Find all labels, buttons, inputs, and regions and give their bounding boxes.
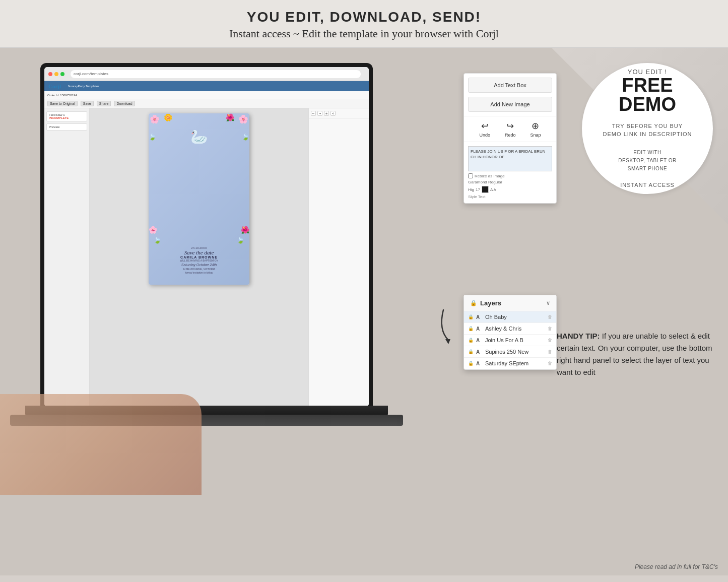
layer-name: Supinos 250 New xyxy=(485,349,546,355)
layer-delete-icon[interactable]: 🗑 xyxy=(548,349,552,354)
layer-item[interactable]: 🔒 A Ashley & Chris 🗑 xyxy=(464,323,556,335)
layer-name: Ashley & Chris xyxy=(485,326,546,332)
canvas-area: Field Row 1 INCOMPLETE Preview 🌸 xyxy=(44,108,369,407)
layers-title-text: Layers xyxy=(480,299,501,307)
left-panel: Field Row 1 INCOMPLETE Preview xyxy=(44,108,90,407)
redo-btn-small[interactable]: ↪ xyxy=(317,111,322,116)
control-row: ↩ ↪ ⊕ ⟲ xyxy=(311,111,367,116)
svg-marker-1 xyxy=(445,339,450,344)
layer-delete-icon[interactable]: 🗑 xyxy=(548,314,552,319)
font-row: Garamond Regular xyxy=(468,180,552,184)
layer-lock-icon: 🔒 xyxy=(468,349,474,354)
high-label: Hig xyxy=(468,187,474,192)
redo-label: Redo xyxy=(505,133,516,138)
layers-chevron-icon[interactable]: ∨ xyxy=(546,300,550,306)
card-swan: 🦢 xyxy=(190,128,208,145)
demo-demo-label: DEMO xyxy=(619,95,676,114)
laptop-screen-inner: corjl.com/templates Corjl NoorayParty Te… xyxy=(44,67,369,407)
redo-icon: ↪ xyxy=(506,120,514,132)
layer-type-icon: A xyxy=(476,326,483,332)
move-btn[interactable]: ⟲ xyxy=(330,111,336,116)
layers-panel: 🔒 Layers ∨ 🔒 A Oh Baby 🗑 🔒 A Ashley & Ch… xyxy=(464,295,557,370)
size-value: 17 xyxy=(476,187,480,192)
layer-lock-icon: 🔒 xyxy=(468,326,474,331)
layer-delete-icon[interactable]: 🗑 xyxy=(548,338,552,343)
browser-min-dot[interactable] xyxy=(54,72,58,76)
demo-try-before: TRY BEFORE YOU BUY DEMO LINK IN DESCRIPT… xyxy=(603,122,692,139)
toolbar-download[interactable]: Download xyxy=(114,101,135,106)
undo-label: Undo xyxy=(479,133,490,138)
invitation-card: 🌸 🌼 🌺 🌸 🍃 🍃 🦢 🌸 🌺 🍃 xyxy=(149,113,249,285)
layer-item[interactable]: 🔒 A Saturday SEptem 🗑 xyxy=(464,358,556,369)
demo-circle: YOU EDIT ! FREE DEMO TRY BEFORE YOU BUY … xyxy=(582,63,713,194)
size-icons: A A xyxy=(490,187,496,192)
card-name[interactable]: CAMILA BROWNE xyxy=(154,255,244,259)
undo-btn-small[interactable]: ↩ xyxy=(311,111,316,116)
layers-lock-icon: 🔒 xyxy=(470,300,477,306)
browser-close-dot[interactable] xyxy=(48,72,52,76)
layers-header: 🔒 Layers ∨ xyxy=(464,295,556,311)
layer-delete-icon[interactable]: 🗑 xyxy=(548,326,552,331)
footer-note: Please read ad in full for T&C's xyxy=(635,563,718,570)
layer-delete-icon[interactable]: 🗑 xyxy=(548,361,552,366)
browser-url-bar[interactable]: corjl.com/templates xyxy=(71,70,361,78)
resize-checkbox[interactable] xyxy=(468,173,473,178)
corjl-logo: Corjl xyxy=(48,83,61,89)
layer-lock-icon: 🔒 xyxy=(468,338,474,343)
layers-title: 🔒 Layers xyxy=(470,299,501,307)
add-text-box-button[interactable]: Add Text Box xyxy=(468,78,552,93)
tool-section-controls: ↩ ↪ ⊕ ⟲ xyxy=(309,108,369,119)
order-id: Order Id: 1509758194 xyxy=(47,94,77,97)
toolbar-share[interactable]: Share xyxy=(97,101,111,106)
arrow-panel-icon xyxy=(428,305,469,345)
style-text-label: Style Text xyxy=(468,195,486,199)
snap-icon: ⊕ xyxy=(532,120,539,132)
toolbar-save-original[interactable]: Save to Original xyxy=(47,101,78,106)
card-subtitle: WILL BE HAVING A BAPTISM ON Saturday Oct… xyxy=(154,259,244,275)
layer-lock-icon: 🔒 xyxy=(468,361,474,366)
card-save-date[interactable]: Save the date xyxy=(154,249,244,255)
font-name: Garamond Regular xyxy=(468,180,502,184)
snap-btn-small[interactable]: ⊕ xyxy=(324,111,329,116)
handy-tip-text: HANDY TIP: If you are unable to select &… xyxy=(557,330,718,378)
main-area: corjl.com/templates Corjl NoorayParty Te… xyxy=(0,48,728,575)
snap-control[interactable]: ⊕ Snap xyxy=(530,120,541,138)
subline-text: Instant access ~ Edit the template in yo… xyxy=(0,27,728,40)
layer-lock-icon: 🔒 xyxy=(468,314,474,319)
order-bar: Order Id: 1509758194 xyxy=(44,91,369,99)
panel-item-preview[interactable]: Preview xyxy=(46,123,87,131)
canvas-main: 🌸 🌼 🌺 🌸 🍃 🍃 🦢 🌸 🌺 🍃 xyxy=(90,108,308,407)
fp-text-preview[interactable]: PLEASE JOIN US F OR A BRIDAL BRUN CH IN … xyxy=(468,146,552,171)
undo-control[interactable]: ↩ Undo xyxy=(479,120,490,138)
panel-item-order: Field Row 1 INCOMPLETE xyxy=(46,111,87,121)
layer-type-icon: A xyxy=(476,314,483,320)
layer-item[interactable]: 🔒 A Oh Baby 🗑 xyxy=(464,311,556,323)
snap-label: Snap xyxy=(530,133,541,138)
demo-free-label: FREE xyxy=(622,76,673,95)
color-picker[interactable] xyxy=(482,186,489,193)
layer-item[interactable]: 🔒 A Supinos 250 New 🗑 xyxy=(464,346,556,358)
hand-area xyxy=(0,394,202,495)
layer-name: Saturday SEptem xyxy=(485,360,546,366)
laptop-screen-outer: corjl.com/templates Corjl NoorayParty Te… xyxy=(40,63,373,411)
layer-type-icon: A xyxy=(476,361,483,366)
redo-control[interactable]: ↪ Redo xyxy=(505,120,516,138)
layer-name: Join Us For A B xyxy=(485,337,546,343)
resize-row: Resize as Image xyxy=(468,173,552,178)
right-tool-panel: ↩ ↪ ⊕ ⟲ xyxy=(308,108,369,407)
handy-tip-section: HANDY TIP: If you are unable to select &… xyxy=(557,330,718,378)
add-new-image-button[interactable]: Add New Image xyxy=(468,97,552,112)
size-row: Hig 17 A A xyxy=(468,186,552,193)
resize-label: Resize as Image xyxy=(475,174,505,178)
layer-item[interactable]: 🔒 A Join Us For A B 🗑 xyxy=(464,335,556,346)
handy-tip-label: HANDY TIP: xyxy=(557,332,600,340)
corjl-nav: Corjl NoorayParty Templates xyxy=(44,81,369,91)
top-banner: YOU EDIT, DOWNLOAD, SEND! Instant access… xyxy=(0,0,728,48)
corjl-toolbar: Save to Original Save Share Download xyxy=(44,99,369,108)
brand-name: NoorayParty Templates xyxy=(68,85,99,88)
toolbar-save[interactable]: Save xyxy=(81,101,94,106)
demo-edit-with: EDIT WITH DESKTOP, TABLET OR SMART PHONE xyxy=(618,149,676,173)
browser-max-dot[interactable] xyxy=(60,72,64,76)
floating-editor-panel: Add Text Box Add New Image ↩ Undo ↪ Redo… xyxy=(464,73,557,204)
fp-icons-row: ↩ Undo ↪ Redo ⊕ Snap xyxy=(464,116,556,142)
